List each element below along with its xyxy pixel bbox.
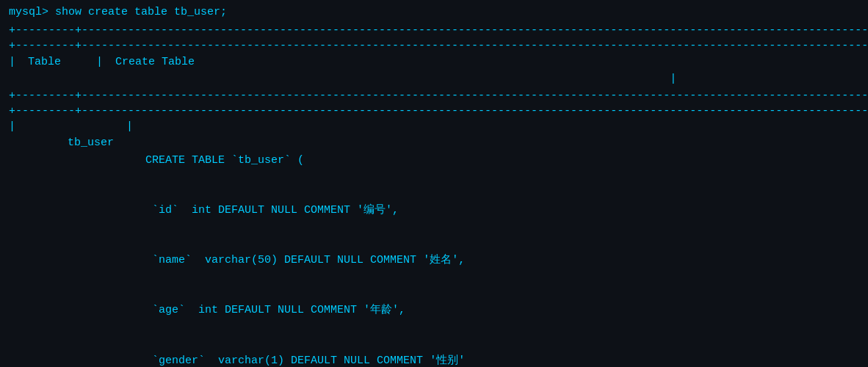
sql-line-1: CREATE TABLE `tb_user` (	[139, 152, 698, 169]
sql-line-3: `name` varchar(50) DEFAULT NULL COMMENT …	[139, 252, 698, 269]
pipe-2: |	[96, 54, 103, 71]
pipe-1: |	[9, 54, 15, 71]
terminal-window: mysql> show create table tb_user; +-----…	[9, 6, 859, 361]
header-spacer: |	[9, 71, 859, 88]
separator-header-top: +---------+-----------------------------…	[9, 38, 859, 54]
table-header-row: | Table | Create Table	[9, 54, 859, 71]
data-col-tablename: tb_user	[15, 119, 126, 169]
prompt-line: mysql> show create table tb_user;	[9, 6, 859, 18]
data-pipe-1: |	[9, 119, 15, 136]
data-pipe-2: |	[126, 119, 133, 136]
table-data-row: | tb_user | CREATE TABLE `tb_user` ( `id…	[9, 119, 859, 368]
sql-line-4: `age` int DEFAULT NULL COMMENT '年龄',	[139, 302, 698, 319]
col-create-label: Create Table	[103, 54, 200, 71]
sql-line-2: `id` int DEFAULT NULL COMMENT '编号',	[139, 202, 698, 219]
col-table-label: Table	[15, 54, 96, 71]
separator-data-top: +---------+-----------------------------…	[9, 103, 859, 119]
separator-header-bottom: +---------+-----------------------------…	[9, 88, 859, 103]
sql-line-5: `gender` varchar(1) DEFAULT NULL COMMENT…	[139, 352, 698, 368]
separator-top: +---------+-----------------------------…	[9, 23, 859, 38]
data-col-sql: CREATE TABLE `tb_user` ( `id` int DEFAUL…	[133, 119, 704, 368]
